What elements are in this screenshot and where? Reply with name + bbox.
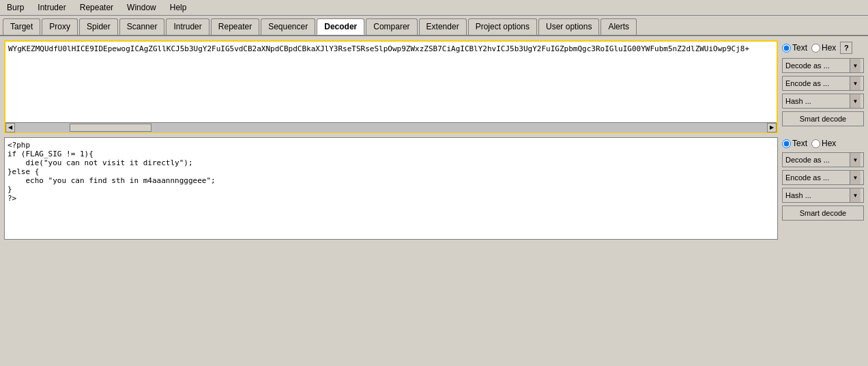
decode-as-arrow-icon-2: ▼ xyxy=(850,153,860,167)
tab-sequencer[interactable]: Sequencer xyxy=(261,18,315,35)
tab-scanner[interactable]: Scanner xyxy=(119,18,165,35)
tab-extender[interactable]: Extender xyxy=(419,18,467,35)
menu-burp[interactable]: Burp xyxy=(3,1,28,14)
horizontal-scrollbar[interactable]: ◀ ▶ xyxy=(5,122,777,132)
menu-window[interactable]: Window xyxy=(123,1,160,14)
output-hex-radio-label[interactable]: Hex xyxy=(811,139,836,148)
output-container xyxy=(4,137,778,240)
output-text-radio-label[interactable]: Text xyxy=(782,139,807,148)
hash-arrow-icon: ▼ xyxy=(850,94,860,108)
tab-user-options[interactable]: User options xyxy=(538,18,599,35)
tab-target[interactable]: Target xyxy=(3,18,40,35)
encode-as-button[interactable]: Encode as ... ▼ xyxy=(782,76,864,91)
input-container: ◀ ▶ xyxy=(4,40,778,133)
input-section: ◀ ▶ Text Hex ? Decode as ... xyxy=(4,40,864,133)
scroll-left-button[interactable]: ◀ xyxy=(5,123,15,132)
input-text-radio[interactable] xyxy=(782,44,791,53)
menu-help[interactable]: Help xyxy=(166,1,191,14)
hash-button[interactable]: Hash ... ▼ xyxy=(782,94,864,109)
input-hex-radio-label[interactable]: Hex xyxy=(811,43,836,53)
output-controls-panel: Text Hex Decode as ... ▼ Encode as ... ▼… xyxy=(782,137,864,221)
encode-as-button-2[interactable]: Encode as ... ▼ xyxy=(782,170,864,185)
smart-decode-button-2[interactable]: Smart decode xyxy=(782,206,864,221)
scroll-track[interactable] xyxy=(15,123,767,132)
output-format-radio-group: Text Hex xyxy=(782,137,864,150)
tab-alerts[interactable]: Alerts xyxy=(601,18,637,35)
menu-repeater[interactable]: Repeater xyxy=(76,1,117,14)
tab-intruder[interactable]: Intruder xyxy=(166,18,209,35)
scroll-right-button[interactable]: ▶ xyxy=(767,123,777,132)
tab-spider[interactable]: Spider xyxy=(79,18,118,35)
decode-as-button[interactable]: Decode as ... ▼ xyxy=(782,58,864,73)
menu-bar: Burp Intruder Repeater Window Help xyxy=(0,0,868,16)
decode-as-arrow-icon: ▼ xyxy=(850,59,860,72)
tab-bar: Target Proxy Spider Scanner Intruder Rep… xyxy=(0,16,868,36)
input-controls-panel: Text Hex ? Decode as ... ▼ Encode as ...… xyxy=(782,40,864,126)
main-content: ◀ ▶ Text Hex ? Decode as ... xyxy=(0,36,868,361)
output-textarea[interactable] xyxy=(5,138,777,237)
hash-arrow-icon-2: ▼ xyxy=(850,188,860,202)
output-section: Text Hex Decode as ... ▼ Encode as ... ▼… xyxy=(4,137,864,240)
help-button-1[interactable]: ? xyxy=(840,42,852,54)
encode-as-arrow-icon: ▼ xyxy=(850,76,860,90)
tab-comparer[interactable]: Comparer xyxy=(366,18,417,35)
menu-intruder[interactable]: Intruder xyxy=(33,1,70,14)
input-text-radio-label[interactable]: Text xyxy=(782,43,807,53)
output-hex-radio[interactable] xyxy=(811,139,820,148)
tab-repeater[interactable]: Repeater xyxy=(211,18,259,35)
hash-button-2[interactable]: Hash ... ▼ xyxy=(782,188,864,203)
input-format-radio-group: Text Hex ? xyxy=(782,40,864,55)
tab-project-options[interactable]: Project options xyxy=(468,18,537,35)
decode-as-button-2[interactable]: Decode as ... ▼ xyxy=(782,152,864,167)
tab-decoder[interactable]: Decoder xyxy=(317,18,364,35)
output-text-radio[interactable] xyxy=(782,139,791,148)
encode-as-arrow-icon-2: ▼ xyxy=(850,171,860,184)
tab-proxy[interactable]: Proxy xyxy=(42,18,78,35)
scroll-thumb[interactable] xyxy=(70,124,151,132)
smart-decode-button[interactable]: Smart decode xyxy=(782,111,864,126)
input-textarea[interactable] xyxy=(5,42,777,120)
input-hex-radio[interactable] xyxy=(811,44,820,53)
